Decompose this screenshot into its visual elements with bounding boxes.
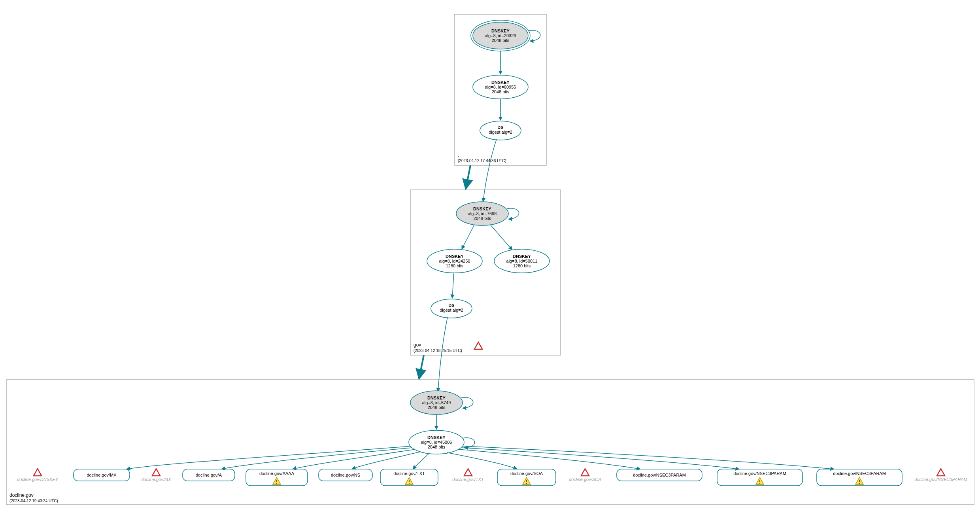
error-icon bbox=[152, 469, 160, 476]
node-line3: 2048 bits bbox=[492, 89, 510, 94]
node-line2: alg=8, id=60955 bbox=[485, 85, 516, 89]
ghost-mx[interactable]: docline.gov/MX bbox=[141, 469, 171, 482]
ghost-label: docline.gov/SOA bbox=[569, 477, 601, 482]
edge bbox=[352, 452, 421, 469]
node-line3: 2048 bits bbox=[428, 445, 446, 449]
gov-ksk-node[interactable]: DNSKEY alg=8, id=7698 2048 bits bbox=[456, 202, 508, 225]
root-ksk-node[interactable]: DNSKEY alg=8, id=20326 2048 bits bbox=[471, 20, 530, 51]
edge bbox=[293, 449, 415, 469]
ghost-nsec3param[interactable]: docline.gov/NSEC3PARAM bbox=[914, 469, 968, 482]
zone-root-ts: (2023-04-12 17:44:36 UTC) bbox=[458, 159, 506, 163]
rr-txt[interactable]: docline.gov/TXT bbox=[380, 469, 438, 486]
rr-ns[interactable]: docline.gov/NS bbox=[319, 469, 372, 481]
edge bbox=[490, 225, 512, 250]
zone-gov-name: gov bbox=[414, 342, 421, 348]
node-line3: 1280 bits bbox=[513, 263, 531, 268]
node-title: DNSKEY bbox=[427, 435, 446, 440]
error-icon[interactable] bbox=[474, 342, 482, 349]
zone-gov-ts: (2023-04-12 18:25:15 UTC) bbox=[414, 348, 462, 353]
error-icon bbox=[34, 469, 42, 476]
docline-ksk-node[interactable]: DNSKEY alg=8, id=5749 2048 bits bbox=[410, 391, 463, 414]
gov-ds-node[interactable]: DS digest alg=2 bbox=[431, 299, 472, 318]
zone-edge bbox=[419, 355, 424, 379]
ghost-soa[interactable]: docline.gov/SOA bbox=[569, 469, 601, 482]
error-icon bbox=[464, 469, 472, 476]
zone-docline-ts: (2023-04-12 19:40:24 UTC) bbox=[9, 499, 58, 503]
rr-label: docline.gov/TXT bbox=[393, 471, 425, 476]
node-line2: alg=8, id=20326 bbox=[485, 33, 516, 38]
node-title: DNSKEY bbox=[491, 28, 510, 33]
rr-a[interactable]: docline.gov/A bbox=[183, 469, 235, 481]
node-title: DNSKEY bbox=[473, 206, 492, 211]
zone-edge bbox=[466, 165, 470, 189]
node-title: DNSKEY bbox=[491, 80, 510, 85]
node-line2: alg=8, id=7698 bbox=[468, 211, 497, 216]
rr-nsec3param-1[interactable]: docline.gov/NSEC3PARAM bbox=[617, 469, 702, 481]
rr-label: docline.gov/A bbox=[196, 473, 222, 477]
gov-zsk1-node[interactable]: DNSKEY alg=8, id=24250 1280 bits bbox=[427, 249, 482, 273]
error-icon bbox=[581, 469, 589, 476]
zone-root-name: . bbox=[458, 152, 459, 158]
edge bbox=[452, 273, 454, 298]
rr-aaaa[interactable]: docline.gov/AAAA bbox=[246, 469, 308, 486]
node-title: DNSKEY bbox=[427, 396, 446, 400]
edge bbox=[447, 452, 517, 469]
node-line2: alg=8, id=45006 bbox=[421, 440, 452, 445]
rr-mx[interactable]: docline.gov/MX bbox=[74, 469, 130, 481]
edge bbox=[483, 139, 497, 202]
ghost-txt[interactable]: docline.gov/TXT bbox=[452, 469, 484, 482]
rr-label: docline.gov/NSEC3PARAM bbox=[633, 473, 686, 477]
rr-soa[interactable]: docline.gov/SOA bbox=[497, 469, 556, 486]
ghost-label: docline.gov/MX bbox=[141, 477, 171, 482]
node-line3: 1280 bits bbox=[446, 263, 464, 268]
rr-label: docline.gov/MX bbox=[87, 473, 117, 477]
edge bbox=[462, 225, 474, 249]
rr-nsec3param-3[interactable]: docline.gov/NSEC3PARAM bbox=[817, 469, 902, 486]
node-title: DS bbox=[448, 303, 454, 308]
node-line3: 2048 bits bbox=[428, 405, 446, 410]
node-line2: digest alg=2 bbox=[440, 308, 463, 312]
rr-nsec3param-2[interactable]: docline.gov/NSEC3PARAM bbox=[717, 469, 803, 486]
edge bbox=[221, 448, 412, 469]
rr-label: docline.gov/NS bbox=[331, 473, 360, 477]
rr-label: docline.gov/NSEC3PARAM bbox=[733, 471, 786, 476]
node-line2: alg=8, id=24250 bbox=[439, 259, 470, 263]
edge bbox=[438, 317, 448, 392]
edge bbox=[127, 446, 411, 469]
ghost-label: docline.gov/NSEC3PARAM bbox=[914, 477, 968, 482]
node-line3: 2048 bits bbox=[492, 38, 510, 43]
ghost-label: docline.gov/DNSKEY bbox=[17, 477, 59, 482]
root-zsk-node[interactable]: DNSKEY alg=8, id=60955 2048 bits bbox=[473, 75, 528, 99]
docline-zsk-node[interactable]: DNSKEY alg=8, id=45006 2048 bits bbox=[409, 430, 464, 454]
ghost-label: docline.gov/TXT bbox=[452, 477, 484, 482]
node-line2: digest alg=2 bbox=[489, 130, 512, 134]
rr-label: docline.gov/AAAA bbox=[259, 471, 295, 476]
edge bbox=[462, 448, 739, 469]
root-ds-node[interactable]: DS digest alg=2 bbox=[480, 121, 521, 140]
dnssec-graph: . (2023-04-12 17:44:36 UTC) gov (2023-04… bbox=[0, 0, 980, 511]
ghost-dnskey[interactable]: docline.gov/DNSKEY bbox=[17, 469, 59, 482]
node-line2: alg=8, id=5749 bbox=[422, 400, 451, 405]
zone-docline-name: docline.gov bbox=[9, 492, 34, 498]
edge bbox=[413, 453, 429, 469]
edge bbox=[459, 449, 640, 469]
node-title: DNSKEY bbox=[446, 254, 464, 259]
gov-zsk2-node[interactable]: DNSKEY alg=8, id=50011 1280 bits bbox=[494, 249, 549, 273]
node-line3: 2048 bits bbox=[474, 216, 491, 221]
rr-label: docline.gov/SOA bbox=[510, 471, 543, 476]
node-title: DNSKEY bbox=[513, 254, 531, 259]
node-title: DS bbox=[497, 125, 503, 130]
rr-label: docline.gov/NSEC3PARAM bbox=[833, 471, 886, 476]
error-icon bbox=[937, 469, 945, 476]
node-line2: alg=8, id=50011 bbox=[506, 259, 538, 263]
edge bbox=[463, 446, 834, 469]
